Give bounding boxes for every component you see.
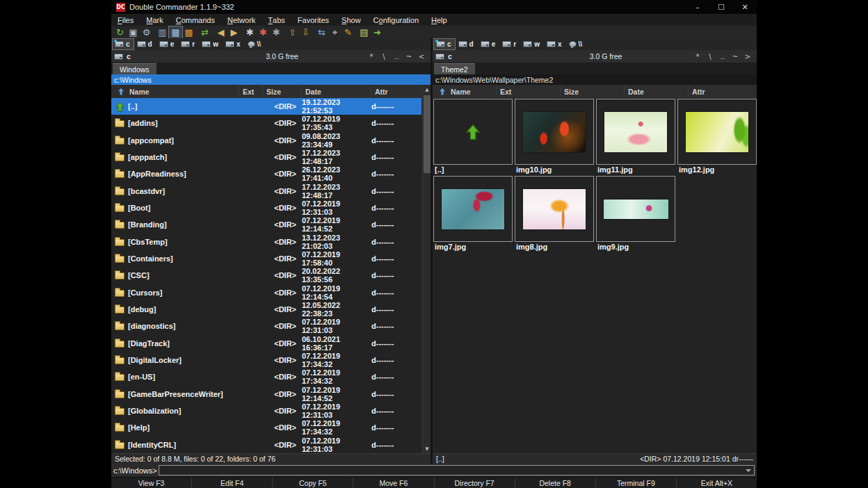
left-drive-button-d[interactable]: d [135,39,156,49]
dir-history-forward-icon[interactable]: ▶ [227,26,241,38]
right-drive-button-e[interactable]: e [479,39,499,49]
thumb-item[interactable]: img11.jpg [596,99,675,175]
column-header-name[interactable]: Name [111,85,239,98]
file-row[interactable]: [Globalization]<DIR>07.12.2019 12:31:03d… [111,402,421,419]
right-drive-button-r[interactable]: r [500,39,520,49]
left-path-bar[interactable]: c:\Windows [111,74,431,85]
nav-button-root[interactable]: \ [705,53,715,60]
pack-files-icon[interactable]: ✱ [243,26,257,38]
left-scrollbar[interactable]: ▲ ▼ [422,85,431,453]
file-row[interactable]: [en-US]<DIR>07.12.2019 17:34:32d------- [111,368,421,385]
thumb-item[interactable]: img9.jpg [596,176,675,252]
column-header-size[interactable]: Size [263,85,302,98]
scroll-up-icon[interactable]: ▲ [423,85,431,94]
refresh-icon[interactable]: ↻ [113,26,127,38]
scroll-down-icon[interactable]: ▼ [423,444,431,453]
file-row[interactable]: [IdentityCRL]<DIR>07.12.2019 12:31:03d--… [111,437,421,453]
left-drive-button-e[interactable]: e [157,39,178,49]
options-icon[interactable]: ⚙ [140,26,153,38]
nav-button-star[interactable]: * [693,53,702,60]
menu-item-commands[interactable]: Commands [170,14,221,26]
tab-windows[interactable]: Windows [113,63,156,74]
multi-rename-icon[interactable]: ✎ [341,26,355,38]
left-drive-button-x[interactable]: x [223,39,244,49]
image-thumbnail-cell[interactable] [596,99,675,165]
file-row[interactable]: [appcompat]<DIR>09.08.2023 23:34:49d----… [111,132,421,149]
menu-item-configuration[interactable]: Configuration [367,14,425,26]
fkey-button-directory-f7[interactable]: Directory F7 [435,478,515,488]
image-thumbnail-cell[interactable] [515,99,594,165]
left-drive-button-network[interactable]: \\ [245,39,264,49]
test-archive-icon[interactable]: ✱ [270,26,283,38]
copy-files-icon[interactable]: ⇆ [315,26,328,38]
thumb-item[interactable]: img12.jpg [677,99,757,175]
file-row[interactable]: [CSC]<DIR>20.02.2022 13:35:56d------- [111,267,421,284]
column-header-attr[interactable]: Attr [371,85,422,98]
updir-cell[interactable] [433,99,513,165]
nav-button-home[interactable]: ~ [404,53,414,60]
sync-dirs-icon[interactable]: ▤ [357,26,371,38]
file-row[interactable]: [diagnostics]<DIR>07.12.2019 12:31:03d--… [111,318,421,334]
nav-button-splitter-arrow[interactable]: > [743,53,753,60]
thumb-item[interactable]: img10.jpg [515,99,594,175]
file-row[interactable]: [GameBarPresenceWriter]<DIR>07.12.2019 1… [111,386,421,402]
file-row[interactable]: [bcastdvr]<DIR>17.12.2023 12:48:17d-----… [111,183,421,200]
nav-button-star[interactable]: * [367,53,376,60]
left-drive-button-w[interactable]: w [200,39,222,49]
command-history-dropdown-icon[interactable] [746,469,751,472]
brief-view-icon[interactable]: ▥ [156,26,169,38]
image-thumbnail-cell[interactable] [515,176,594,242]
swap-panels-icon[interactable]: ⇄ [198,26,211,38]
file-row[interactable]: [addins]<DIR>07.12.2019 17:35:43d------- [111,115,421,131]
open-dir-icon[interactable]: ➜ [371,26,384,38]
minimize-button[interactable]: – [686,0,709,14]
extract-files-icon[interactable]: ✱ [257,26,270,38]
menu-item-network[interactable]: Network [221,14,262,26]
run-terminal-icon[interactable]: ▣ [127,26,140,38]
file-row[interactable]: [CbsTemp]<DIR>13.12.2023 21:02:03d------… [111,234,421,250]
column-header-date[interactable]: Date [302,85,371,98]
full-view-icon[interactable]: ▦ [169,26,182,38]
file-row[interactable]: [AppReadiness]<DIR>26.12.2023 17:41:40d-… [111,165,421,182]
search-icon[interactable]: ⌖ [328,26,341,38]
nav-button-root[interactable]: \ [379,53,389,60]
menu-item-favorites[interactable]: Favorites [291,14,335,26]
right-drive-button-w[interactable]: w [521,39,543,49]
column-header-date[interactable]: Date [625,85,689,98]
image-thumbnail-cell[interactable] [433,176,513,242]
thumbnails-view-icon[interactable]: ▩ [182,26,195,38]
right-drive-button-x[interactable]: x [545,39,565,49]
menu-item-show[interactable]: Show [335,14,367,26]
nav-button-home[interactable]: ~ [730,53,740,60]
right-drive-button-network[interactable]: \\ [566,39,586,49]
file-row[interactable]: [..]<DIR>19.12.2023 21:52:53d------- [111,98,421,115]
column-header-ext[interactable]: Ext [497,85,561,98]
column-header-attr[interactable]: Attr [689,85,757,98]
scrollbar-thumb[interactable] [424,95,431,173]
file-row[interactable]: [Cursors]<DIR>07.12.2019 12:14:54d------… [111,284,421,301]
column-header-size[interactable]: Size [561,85,625,98]
right-path-bar[interactable]: c:\Windows\Web\Wallpaper\Theme2 [433,74,757,85]
nav-button-parent[interactable]: .. [392,53,401,60]
file-row[interactable]: [Boot]<DIR>07.12.2019 12:31:03d------- [111,200,421,216]
fkey-button-exit-alt-x[interactable]: Exit Alt+X [677,478,757,488]
tab-theme2[interactable]: Theme2 [434,63,475,74]
right-drive-button-d[interactable]: d [456,39,477,49]
fkey-button-edit-f4[interactable]: Edit F4 [192,478,273,488]
thumb-item[interactable]: img8.jpg [515,176,594,252]
close-button[interactable]: ✕ [733,0,757,14]
file-row[interactable]: [DiagTrack]<DIR>06.10.2021 16:36:17d----… [111,335,421,352]
command-input[interactable] [159,465,755,475]
menu-item-files[interactable]: Files [111,14,140,26]
menu-item-mark[interactable]: Mark [140,14,169,26]
file-row[interactable]: [Branding]<DIR>07.12.2019 12:14:52d-----… [111,216,421,233]
file-row[interactable]: [Containers]<DIR>07.12.2019 17:58:40d---… [111,250,421,267]
fkey-button-terminal-f9[interactable]: Terminal F9 [596,478,677,488]
file-row[interactable]: [Help]<DIR>07.12.2019 17:34:32d------- [111,419,421,436]
fkey-button-delete-f8[interactable]: Delete F8 [515,478,596,488]
archive-extract-icon[interactable]: ⇩ [299,26,312,38]
fkey-button-view-f3[interactable]: View F3 [111,478,192,488]
column-header-ext[interactable]: Ext [239,85,263,98]
left-drive-button-r[interactable]: r [179,39,198,49]
image-thumbnail-cell[interactable] [677,99,757,165]
